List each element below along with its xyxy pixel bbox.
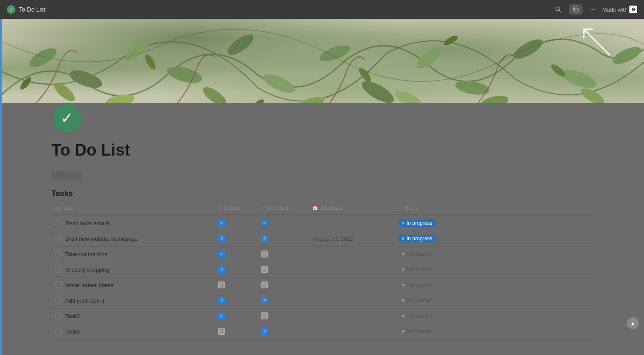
task-circle-check[interactable]	[55, 220, 62, 226]
notion-icon: N	[629, 6, 637, 13]
table-icon	[56, 172, 62, 178]
status-cell: Not started	[395, 294, 481, 307]
status-dot	[402, 299, 404, 302]
task-circle-check[interactable]	[55, 282, 62, 288]
checkbox-checked[interactable]: ✓	[261, 220, 268, 226]
deadline-cell	[309, 220, 395, 226]
col-deadlines: 📅 Deadlines	[309, 203, 395, 213]
checkbox-checked[interactable]: ✓	[261, 328, 268, 335]
urgent-cell[interactable]: ✓	[215, 233, 258, 245]
scroll-to-top-button[interactable]: ▲	[627, 317, 639, 329]
urgent-cell[interactable]: ✓	[215, 310, 258, 322]
checkbox-checked[interactable]: ✓	[261, 297, 268, 304]
important-cell[interactable]	[258, 279, 309, 291]
task-label: Take out the bins	[65, 251, 107, 257]
important-cell[interactable]: ✓	[258, 325, 309, 337]
checkbox-empty[interactable]	[218, 282, 225, 288]
svg-point-6	[165, 64, 204, 86]
status-dot	[402, 222, 404, 224]
svg-point-28	[550, 62, 567, 79]
titlebar-left: ✓ To Do List	[7, 5, 46, 14]
checkbox-checked[interactable]: ✓	[218, 266, 225, 273]
status-badge: In progress	[398, 219, 436, 227]
urgent-cell[interactable]: ✓	[215, 263, 258, 275]
important-cell[interactable]: ✓	[258, 233, 309, 245]
task-cell[interactable]: Water indoor plants	[52, 279, 215, 291]
status-badge: In progress	[398, 235, 436, 242]
database-header: Tasks	[52, 189, 592, 198]
checkbox-checked[interactable]: ✓	[218, 297, 225, 304]
task-circle-check[interactable]	[55, 266, 62, 273]
svg-point-14	[560, 67, 599, 92]
db-title: Tasks	[52, 189, 592, 198]
page-icon: ✓	[52, 103, 82, 134]
urgent-cell[interactable]	[215, 325, 258, 337]
task-cell[interactable]: Draft new website homepage	[52, 233, 215, 245]
tab-table[interactable]: Table	[52, 171, 82, 181]
checkbox-checked[interactable]: ✓	[218, 220, 225, 226]
status-badge: Not started	[398, 297, 435, 304]
status-badge: Not started	[398, 250, 435, 258]
task-label: Task3	[65, 328, 80, 335]
titlebar-title: To Do List	[19, 6, 46, 13]
urgent-cell[interactable]: ✓	[215, 294, 258, 306]
checkbox-checked[interactable]: ✓	[218, 312, 225, 319]
task-circle-check[interactable]	[55, 328, 62, 335]
task-circle-check[interactable]	[55, 297, 62, 304]
main-content: ✓ To Do List Table Tasks Aa	[0, 19, 644, 355]
search-button[interactable]	[553, 4, 564, 15]
task-cell[interactable]: Take out the bins	[52, 248, 215, 260]
status-dot	[402, 315, 404, 317]
task-label: Add your task :)	[65, 297, 104, 304]
checkbox-checked[interactable]: ✓	[261, 235, 268, 242]
deadline-cell	[309, 313, 395, 318]
checkbox-empty[interactable]	[261, 312, 268, 319]
important-cell[interactable]: ✓	[258, 217, 309, 229]
task-cell[interactable]: Add your task :)	[52, 294, 215, 306]
checkbox-empty[interactable]	[261, 266, 268, 273]
task-cell[interactable]: Read work emails	[52, 217, 215, 229]
urgent-cell[interactable]: ✓	[215, 248, 258, 260]
urgent-cell[interactable]	[215, 279, 258, 291]
deadline-cell	[309, 267, 395, 272]
page-favicon: ✓	[7, 5, 15, 14]
col-task: Aa Task	[52, 203, 215, 213]
task-circle-check[interactable]	[55, 235, 62, 242]
checkbox-checked[interactable]: ✓	[218, 235, 225, 242]
task-cell[interactable]: Grocery shopping	[52, 263, 215, 275]
checkbox-empty[interactable]	[218, 328, 225, 335]
copy-button[interactable]	[569, 4, 583, 15]
deadline-cell: August 31, 2022	[309, 233, 395, 245]
status-badge: Not started	[398, 266, 435, 273]
important-cell[interactable]	[258, 263, 309, 275]
page-border-indicator	[0, 19, 2, 355]
checkbox-empty[interactable]	[261, 282, 268, 288]
copy-icon	[572, 6, 579, 13]
important-cell[interactable]: ✓	[258, 294, 309, 306]
table-row: Grocery shopping✓Not started	[52, 262, 592, 278]
more-options-button[interactable]: ···	[588, 4, 597, 15]
task-cell[interactable]: Task3	[52, 325, 215, 337]
task-circle-check[interactable]	[55, 312, 62, 319]
status-cell: Not started	[395, 278, 481, 291]
table-row: Add your task :)✓✓Not started	[52, 293, 592, 309]
status-cell: Not started	[395, 309, 481, 322]
urgent-cell[interactable]: ✓	[215, 217, 258, 229]
checkbox-empty[interactable]	[261, 251, 268, 257]
checkbox-checked[interactable]: ✓	[218, 251, 225, 257]
task-label: Draft new website homepage	[65, 236, 137, 242]
status-badge: Not started	[398, 281, 435, 289]
status-cell: Not started	[395, 248, 481, 260]
made-with-label: Made with N	[602, 6, 637, 13]
search-icon	[555, 6, 562, 13]
important-cell[interactable]	[258, 248, 309, 260]
table-rows: Read work emails✓✓In progressDraft new w…	[52, 216, 592, 340]
important-cell[interactable]	[258, 310, 309, 322]
svg-point-27	[443, 34, 459, 47]
status-cell: In progress	[395, 217, 481, 230]
task-circle-check[interactable]	[55, 251, 62, 257]
page-title: To Do List	[52, 141, 592, 160]
task-cell[interactable]: Task2	[52, 310, 215, 322]
svg-point-9	[318, 42, 352, 64]
table-header-row: Aa Task ☑ Urgent ☑ Important 📅 Deadlines…	[52, 203, 592, 215]
